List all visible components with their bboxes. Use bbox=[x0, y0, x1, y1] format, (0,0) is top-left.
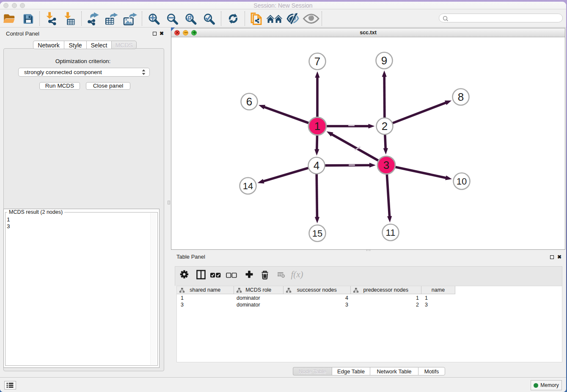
svg-text:14: 14 bbox=[243, 181, 253, 191]
svg-text:7: 7 bbox=[314, 55, 320, 68]
svg-text:1: 1 bbox=[314, 120, 320, 133]
svg-text:9: 9 bbox=[381, 54, 387, 67]
svg-text:f(x): f(x) bbox=[291, 269, 303, 279]
svg-text:11: 11 bbox=[386, 227, 396, 238]
svg-text:3: 3 bbox=[383, 159, 389, 171]
svg-text:8: 8 bbox=[458, 91, 464, 103]
svg-text:6: 6 bbox=[246, 95, 252, 108]
svg-text:15: 15 bbox=[312, 228, 322, 239]
svg-text:4: 4 bbox=[314, 159, 319, 172]
svg-text:10: 10 bbox=[457, 176, 467, 187]
svg-text:2: 2 bbox=[382, 120, 388, 133]
